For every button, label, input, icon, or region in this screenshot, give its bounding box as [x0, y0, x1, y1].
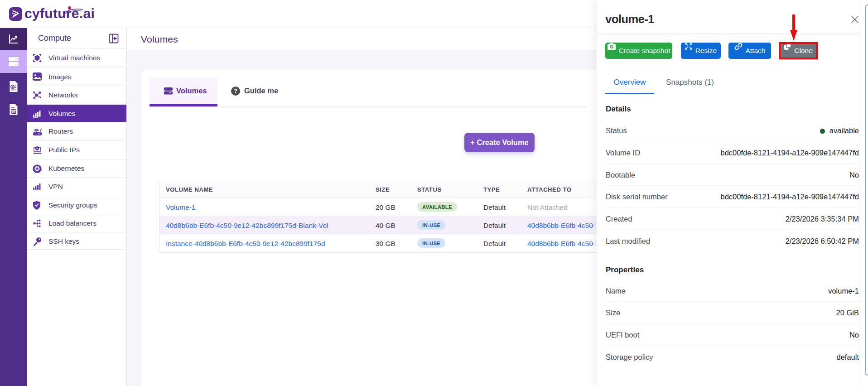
svg-text:$: $: [11, 85, 14, 89]
